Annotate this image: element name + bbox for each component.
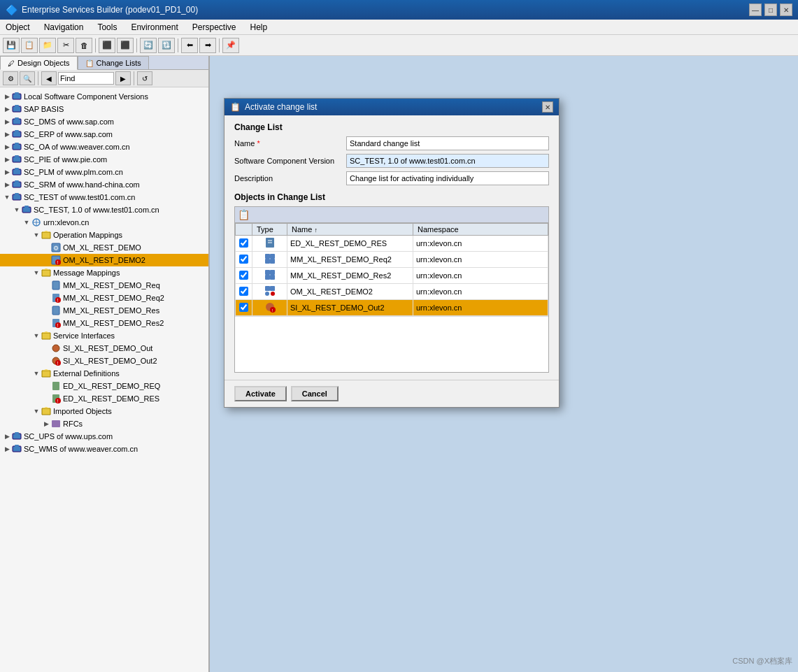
software-input — [346, 154, 549, 168]
tree-btn-prev[interactable]: ◀ — [41, 71, 57, 85]
svg-text:!: ! — [57, 361, 59, 366]
tree-node-sc-test-10[interactable]: ▼ SC_TEST, 1.0 of www.test01.com.cn — [0, 203, 208, 216]
tab-design-label: Design Objects — [17, 59, 70, 67]
menu-navigation[interactable]: Navigation — [41, 21, 87, 34]
menu-object[interactable]: Object — [3, 21, 33, 34]
tree-node-om-xl-rest-demo[interactable]: ⚙OM_XL_REST_DEMO — [0, 241, 208, 254]
toolbar-btn-1[interactable]: 💾 — [3, 38, 20, 53]
row-checkbox-0[interactable] — [239, 238, 248, 248]
toolbar-btn-10[interactable]: ⬅ — [181, 38, 198, 53]
toolbar-btn-8[interactable]: 🔄 — [140, 38, 157, 53]
row-checkbox-3[interactable] — [239, 287, 248, 296]
tree-node-sap-basis[interactable]: ▶ SAP BASIS — [0, 103, 208, 115]
tree-node-sc-srm[interactable]: ▶ SC_SRM of www.hand-china.com — [0, 178, 208, 191]
tree-node-mm-xl-req2[interactable]: !MM_XL_REST_DEMO_Req2 — [0, 292, 208, 304]
tree-label-sc-pie: SC_PIE of www.pie.com — [24, 155, 107, 164]
tree-node-si-xl-out2[interactable]: !SI_XL_REST_DEMO_Out2 — [0, 355, 208, 367]
toolbar-btn-9[interactable]: 🔃 — [158, 38, 175, 53]
tab-change-lists[interactable]: 📋 Change Lists — [78, 56, 149, 69]
minimize-button[interactable]: — — [749, 3, 762, 16]
dialog-icon: 📋 — [230, 102, 241, 112]
svg-rect-71 — [270, 275, 275, 280]
menu-tools[interactable]: Tools — [94, 21, 120, 34]
tree-btn-find[interactable]: ▶ — [115, 71, 131, 85]
menu-perspective[interactable]: Perspective — [190, 21, 239, 34]
row-type-3 — [252, 284, 287, 300]
tree-node-local[interactable]: ▶ Local Software Component Versions — [0, 90, 208, 103]
svg-rect-32 — [52, 281, 59, 289]
maximize-button[interactable]: □ — [764, 3, 777, 16]
toolbar-btn-12[interactable]: 📌 — [222, 38, 239, 53]
tree-icon-sc-oa — [11, 141, 22, 152]
name-input[interactable] — [346, 136, 549, 150]
tree-arrow-ed-xl-req — [42, 382, 50, 390]
tree-node-svc-interfaces[interactable]: ▼Service Interfaces — [0, 329, 208, 342]
tree-label-mm-xl-req2: MM_XL_REST_DEMO_Req2 — [63, 294, 164, 302]
activate-button[interactable]: Activate — [234, 386, 287, 401]
tab-design-objects[interactable]: 🖊 Design Objects — [0, 56, 78, 70]
dialog-close-button[interactable]: ✕ — [542, 101, 553, 113]
tree-node-sc-test[interactable]: ▼ SC_TEST of www.test01.com.cn — [0, 191, 208, 203]
col-name[interactable]: Name ↑ — [287, 224, 413, 236]
tree-node-urn-xlevon[interactable]: ▼urn:xlevon.cn — [0, 216, 208, 229]
tree-node-sc-oa[interactable]: ▶ SC_OA of www.weaver.com.cn — [0, 141, 208, 153]
tree-arrow-om-xl-rest-demo — [42, 243, 50, 252]
tree-node-rfcs[interactable]: ▶RFCs — [0, 417, 208, 430]
menu-environment[interactable]: Environment — [128, 21, 180, 34]
row-checkbox-2[interactable] — [239, 271, 248, 280]
tree-label-svc-interfaces: Service Interfaces — [53, 331, 115, 340]
tree-node-mm-xl-res[interactable]: MM_XL_REST_DEMO_Res — [0, 304, 208, 317]
svg-text:⚙: ⚙ — [53, 245, 59, 252]
toolbar-btn-4[interactable]: ✂ — [57, 38, 74, 53]
tree-icon-sc-erp — [11, 129, 22, 140]
svg-rect-5 — [15, 117, 19, 120]
tree-node-imported-objs[interactable]: ▼Imported Objects — [0, 405, 208, 417]
tree-btn-refresh[interactable]: ↺ — [137, 71, 152, 85]
tree-btn-settings[interactable]: ⚙ — [3, 71, 18, 85]
svg-rect-68 — [265, 270, 270, 275]
tree-node-mm-xl-res2[interactable]: !MM_XL_REST_DEMO_Res2 — [0, 317, 208, 329]
close-button[interactable]: ✕ — [780, 3, 792, 16]
row-checkbox-1[interactable] — [239, 255, 248, 264]
toolbar-btn-5[interactable]: 🗑 — [76, 38, 92, 53]
table-row[interactable]: OM_XL_REST_DEMO2urn:xlevon.cn — [236, 284, 548, 300]
tree-btn-filter[interactable]: 🔍 — [20, 71, 35, 85]
toolbar-btn-2[interactable]: 📋 — [21, 38, 38, 53]
row-checkbox-4[interactable] — [239, 303, 248, 312]
tree-node-si-xl-out[interactable]: SI_XL_REST_DEMO_Out — [0, 342, 208, 355]
cancel-button[interactable]: Cancel — [291, 386, 339, 401]
tree-node-sc-wms[interactable]: ▶ SC_WMS of www.weaver.com.cn — [0, 443, 208, 455]
table-row[interactable]: !SI_XL_REST_DEMO_Out2urn:xlevon.cn — [236, 300, 548, 316]
tree-node-sc-dms[interactable]: ▶ SC_DMS of www.sap.com — [0, 115, 208, 128]
tree-arrow-sc-erp: ▶ — [3, 130, 11, 138]
tree-node-ed-xl-req[interactable]: ED_XL_REST_DEMO_REQ — [0, 380, 208, 392]
find-input[interactable] — [58, 72, 114, 85]
description-input[interactable] — [346, 171, 549, 185]
tree-node-op-mappings[interactable]: ▼Operation Mappings — [0, 229, 208, 241]
toolbar-btn-6[interactable]: ⬛ — [99, 38, 115, 53]
tree-node-mm-xl-req[interactable]: MM_XL_REST_DEMO_Req — [0, 279, 208, 292]
table-row[interactable]: MM_XL_REST_DEMO_Req2urn:xlevon.cn — [236, 252, 548, 268]
tree-node-sc-erp[interactable]: ▶ SC_ERP of www.sap.com — [0, 128, 208, 141]
tree-node-ext-defs[interactable]: ▼External Definitions — [0, 367, 208, 380]
tree-node-sc-ups[interactable]: ▶ SC_UPS of www.ups.com — [0, 430, 208, 443]
objects-section: Objects in Change List 📋 Type Nam — [234, 192, 549, 373]
tree-node-sc-plm[interactable]: ▶ SC_PLM of www.plm.com.cn — [0, 166, 208, 178]
table-row[interactable]: MM_XL_REST_DEMO_Res2urn:xlevon.cn — [236, 268, 548, 284]
toolbar-btn-7[interactable]: ⬛ — [117, 38, 134, 53]
toolbar-btn-3[interactable]: 📁 — [39, 38, 56, 53]
row-name-3: OM_XL_REST_DEMO2 — [287, 284, 413, 300]
table-row[interactable]: ED_XL_REST_DEMO_RESurn:xlevon.cn — [236, 236, 548, 252]
tree-node-msg-mappings[interactable]: ▼Message Mappings — [0, 266, 208, 279]
menu-help[interactable]: Help — [247, 21, 270, 34]
tree-label-rfcs: RFCs — [63, 420, 83, 428]
tree-arrow-sc-oa: ▶ — [3, 143, 11, 151]
tree-arrow-sc-ups: ▶ — [3, 432, 11, 441]
tree-node-om-xl-rest-demo2[interactable]: !OM_XL_REST_DEMO2 — [0, 254, 208, 266]
tree-label-op-mappings: Operation Mappings — [53, 231, 122, 239]
toolbar-btn-11[interactable]: ➡ — [199, 38, 216, 53]
tree-label-sc-ups: SC_UPS of www.ups.com — [24, 432, 113, 441]
tree-node-sc-pie[interactable]: ▶ SC_PIE of www.pie.com — [0, 153, 208, 166]
tree-node-ed-xl-res[interactable]: !ED_XL_REST_DEMO_RES — [0, 392, 208, 405]
col-namespace: Namespace — [413, 224, 548, 236]
